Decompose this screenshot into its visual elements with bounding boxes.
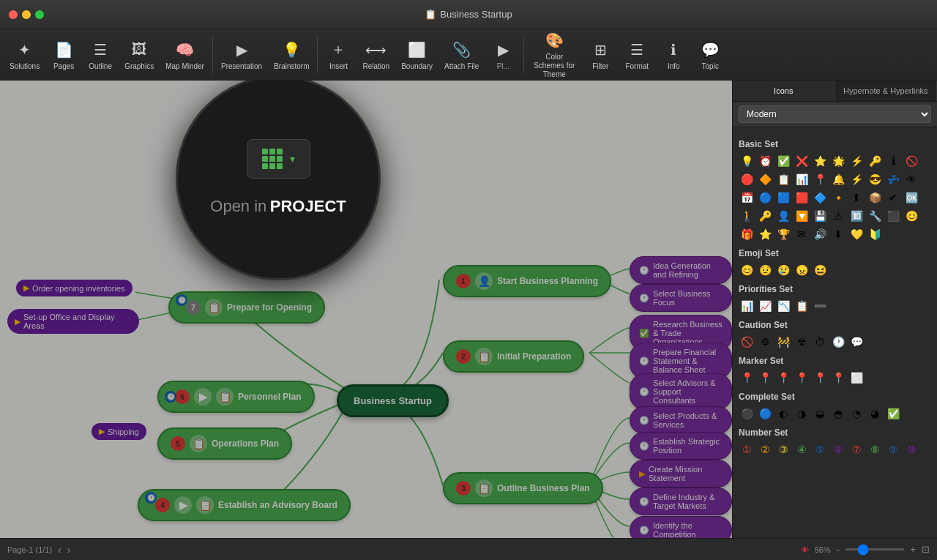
toolbar-relation[interactable]: ⟷ Relation <box>356 37 395 73</box>
icon-stop[interactable]: 🚫 <box>903 153 919 169</box>
child-shipping[interactable]: ▶ Shipping <box>92 423 146 440</box>
icon-emoji-happy[interactable]: 😊 <box>739 262 755 278</box>
icon-floppy[interactable]: 💾 <box>812 208 828 224</box>
icon-warn[interactable]: ⚠ <box>830 208 846 224</box>
child-select-focus[interactable]: 🕐 Select Business Focus <box>630 284 732 312</box>
icon-user[interactable]: 👤 <box>775 208 791 224</box>
icon-complete-0[interactable]: ⚫ <box>739 406 755 422</box>
icon-num-9[interactable]: ⑨ <box>885 441 901 458</box>
icon-bluediamond[interactable]: 🔷 <box>812 190 828 206</box>
icon-redsq[interactable]: 🟥 <box>794 190 810 206</box>
icon-person[interactable]: 🚶 <box>739 208 755 224</box>
icon-marker-green[interactable]: 📍 <box>739 370 755 386</box>
toolbar-topic[interactable]: 💬 Topic <box>692 37 728 73</box>
branch-initial-prep[interactable]: 2 📋 Initial Preparation <box>443 340 584 373</box>
icon-num-4[interactable]: ④ <box>794 441 810 458</box>
zoom-in-btn[interactable]: + <box>910 544 916 555</box>
icon-mail[interactable]: ✉ <box>794 226 810 242</box>
icon-marker-purple[interactable]: 📍 <box>812 370 828 386</box>
icon-complete-5[interactable]: ◓ <box>830 406 846 422</box>
icon-sun[interactable]: 🌟 <box>830 153 846 169</box>
icon-stopsign[interactable]: 🛑 <box>739 171 755 187</box>
icon-bar-low[interactable]: 📉 <box>775 298 791 314</box>
icon-zzz[interactable]: 💤 <box>885 171 901 187</box>
minimize-button[interactable] <box>22 10 31 19</box>
toolbar-graphics[interactable]: 🖼 Graphics <box>119 37 160 73</box>
branch-operations[interactable]: 5 📋 Operations Plan <box>157 428 292 460</box>
icon-x[interactable]: ❌ <box>794 153 810 169</box>
icon-marker-white[interactable]: ⬜ <box>848 370 865 386</box>
icon-star[interactable]: ⭐ <box>812 153 828 169</box>
icon-complete-8[interactable]: ✅ <box>885 406 901 422</box>
icon-bell[interactable]: 🔔 <box>830 171 846 187</box>
icon-box[interactable]: 📦 <box>867 190 883 206</box>
icon-dash[interactable]: ➖ <box>812 298 828 314</box>
toolbar-info[interactable]: ℹ Info <box>655 37 692 73</box>
icon-calendar[interactable]: 📅 <box>739 190 755 206</box>
icon-bar-lowest[interactable]: 📋 <box>794 298 810 314</box>
page-next-btn[interactable]: › <box>67 544 71 556</box>
icon-marker-orange[interactable]: 📍 <box>830 370 846 386</box>
popup-grid-button[interactable]: ▾ <box>247 139 310 179</box>
icon-caution-1[interactable]: 🚫 <box>739 334 755 350</box>
icon-orangediamond[interactable]: 🔸 <box>830 190 846 206</box>
icon-key2[interactable]: 🔑 <box>757 208 773 224</box>
icon-ten[interactable]: 🔟 <box>848 208 865 224</box>
icon-emoji-worried[interactable]: 😟 <box>757 262 773 278</box>
child-inventories[interactable]: ▶ Order opening inventories <box>16 280 132 296</box>
icon-num-5[interactable]: ⑤ <box>812 441 828 458</box>
icon-checkmark[interactable]: ✔ <box>885 190 901 206</box>
toolbar-outline[interactable]: ☰ Outline <box>82 37 119 73</box>
center-node[interactable]: Business Startup <box>337 384 449 417</box>
icon-num-7[interactable]: ⑦ <box>848 441 865 458</box>
icon-black[interactable]: ⬛ <box>885 208 901 224</box>
icon-bar-med[interactable]: 📈 <box>757 298 773 314</box>
icon-emoji-sad[interactable]: 😢 <box>775 262 791 278</box>
zoom-slider[interactable] <box>845 548 904 550</box>
icon-lightning[interactable]: ⚡ <box>848 171 865 187</box>
page-prev-btn[interactable]: ‹ <box>58 544 61 556</box>
mindmap-canvas[interactable]: Business Startup 1 👤 Start Business Plan… <box>0 81 732 538</box>
icon-num-3[interactable]: ③ <box>775 441 791 458</box>
tab-icons[interactable]: Icons <box>733 81 835 101</box>
toolbar-pages[interactable]: 📄 Pages <box>45 37 82 73</box>
icon-complete-1[interactable]: 🔵 <box>757 406 773 422</box>
toolbar-presentation[interactable]: ▶ Presentation <box>215 37 268 73</box>
icon-bulb[interactable]: 💡 <box>739 153 755 169</box>
child-competition[interactable]: 🕐 Identify the Competition <box>630 516 732 538</box>
icon-complete-4[interactable]: ◒ <box>812 406 828 422</box>
icon-clock[interactable]: ⏰ <box>757 153 773 169</box>
icon-trophy[interactable]: 🏆 <box>775 226 791 242</box>
child-advisors[interactable]: 🕐 Select Advisors & Support Consultants <box>630 373 732 410</box>
child-products[interactable]: 🕐 Select Products & Services <box>630 406 732 434</box>
icon-yellow[interactable]: 💛 <box>848 226 865 242</box>
icon-ok[interactable]: 🆗 <box>903 190 919 206</box>
child-strategic[interactable]: 🕐 Establish Strategic Position <box>630 432 732 460</box>
icon-check[interactable]: ✅ <box>775 153 791 169</box>
icon-bluesq[interactable]: 🟦 <box>775 190 791 206</box>
icon-info[interactable]: ℹ <box>885 153 901 169</box>
icon-marker-red[interactable]: 📍 <box>757 370 773 386</box>
icon-gift[interactable]: 🎁 <box>739 226 755 242</box>
icon-caution-5[interactable]: ⏱ <box>812 334 828 350</box>
icon-up[interactable]: ⬆ <box>848 190 865 206</box>
icon-eye[interactable]: 👁 <box>903 171 919 187</box>
icon-smile2[interactable]: 😊 <box>903 208 919 224</box>
branch-prepare-opening[interactable]: 🕐 7 📋 Prepare for Opening <box>168 291 325 324</box>
branch-outline-plan[interactable]: 3 📋 Outline Business Plan <box>443 472 603 504</box>
icon-bar-high[interactable]: 📊 <box>739 298 755 314</box>
icon-chart[interactable]: 📊 <box>794 171 810 187</box>
icon-speaker[interactable]: 🔊 <box>812 226 828 242</box>
icon-num-10[interactable]: ⑩ <box>903 441 919 458</box>
icon-tools[interactable]: 🔧 <box>867 208 883 224</box>
toolbar-format[interactable]: ☰ Format <box>619 37 655 73</box>
close-button[interactable] <box>9 10 18 19</box>
branch-advisory[interactable]: 🕐 4 ▶ 📋 Establish an Advisory Board <box>138 489 351 521</box>
child-mission[interactable]: ▶ Create Mission Statement <box>630 460 732 488</box>
icon-down[interactable]: 🔽 <box>794 208 810 224</box>
icon-clipboard[interactable]: 📋 <box>775 171 791 187</box>
icon-blue[interactable]: 🔵 <box>757 190 773 206</box>
toolbar-insert[interactable]: ＋ Insert <box>320 37 356 73</box>
branch-personnel[interactable]: 🕐 6 ▶ 📋 Personnel Plan <box>157 381 315 413</box>
toolbar-filter[interactable]: ⊞ Filter <box>582 37 619 73</box>
